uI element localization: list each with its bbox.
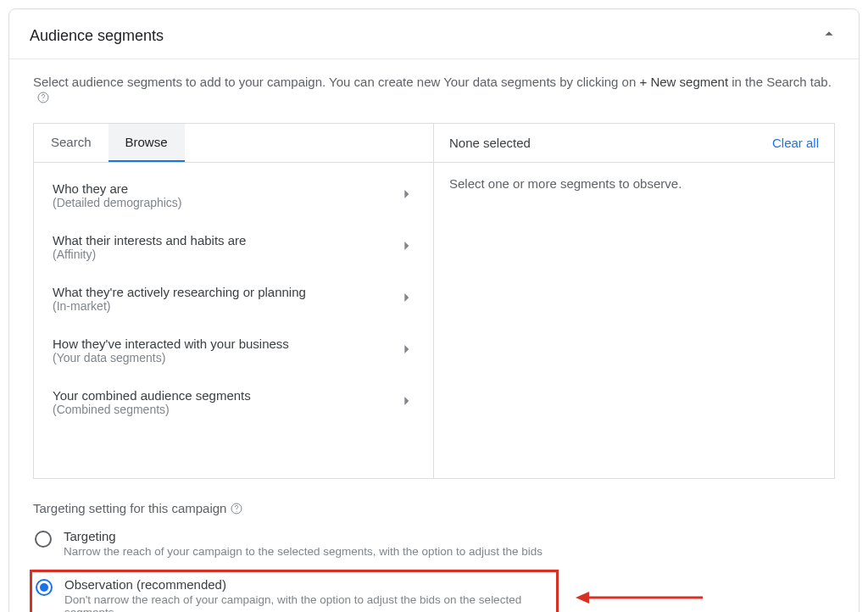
panel-right-header: None selected Clear all: [434, 124, 834, 163]
chevron-right-icon: [398, 289, 415, 309]
audience-segments-card: Audience segments Select audience segmen…: [8, 8, 860, 612]
targeting-section-label: Targeting setting for this campaign: [33, 501, 835, 515]
intro-bold: + New segment: [639, 75, 728, 89]
segments-panels: Search Browse Who they are (Detailed dem…: [33, 123, 835, 479]
browse-item-title: What their interests and habits are: [53, 233, 398, 248]
help-icon[interactable]: [36, 91, 50, 104]
browse-item-title: Who they are: [53, 181, 398, 196]
svg-point-3: [236, 510, 237, 511]
tabs: Search Browse: [34, 124, 433, 163]
chevron-right-icon: [398, 341, 415, 361]
radio-targeting[interactable]: Targeting Narrow the reach of your campa…: [33, 526, 835, 566]
radio-icon[interactable]: [36, 579, 53, 596]
browse-item-subtitle: (In-market): [53, 299, 398, 313]
chevron-right-icon: [398, 237, 415, 258]
tab-search[interactable]: Search: [34, 124, 108, 162]
svg-point-1: [42, 100, 43, 101]
radio-observation[interactable]: Observation (recommended) Don't narrow t…: [34, 577, 553, 612]
panel-left: Search Browse Who they are (Detailed dem…: [34, 124, 434, 478]
tab-browse[interactable]: Browse: [108, 124, 185, 162]
panel-right-hint: Select one or more segments to observe.: [434, 163, 834, 204]
chevron-right-icon: [398, 186, 415, 206]
browse-item-title: What they're actively researching or pla…: [53, 285, 398, 299]
chevron-right-icon: [398, 392, 415, 413]
radio-desc: Don't narrow the reach of your campaign,…: [64, 593, 553, 612]
targeting-label-text: Targeting setting for this campaign: [33, 501, 226, 515]
radio-title: Observation (recommended): [64, 577, 553, 592]
browse-item-subtitle: (Detailed demographics): [53, 196, 398, 209]
annotation-arrow-icon: [576, 589, 703, 606]
browse-item-combined[interactable]: Your combined audience segments (Combine…: [34, 376, 433, 428]
help-icon[interactable]: [230, 502, 243, 515]
clear-all-button[interactable]: Clear all: [772, 136, 819, 150]
card-body: Select audience segments to add to your …: [9, 59, 859, 612]
browse-item-inmarket[interactable]: What they're actively researching or pla…: [34, 273, 433, 325]
observation-highlight-box: Observation (recommended) Don't narrow t…: [30, 570, 559, 612]
card-header[interactable]: Audience segments: [9, 9, 859, 59]
panel-right: None selected Clear all Select one or mo…: [434, 124, 834, 478]
browse-item-subtitle: (Your data segments): [53, 351, 398, 364]
browse-item-title: Your combined audience segments: [53, 388, 398, 403]
browse-item-demographics[interactable]: Who they are (Detailed demographics): [34, 170, 433, 221]
none-selected-label: None selected: [449, 136, 531, 150]
browse-item-affinity[interactable]: What their interests and habits are (Aff…: [34, 221, 433, 273]
radio-icon[interactable]: [35, 531, 52, 548]
browse-item-subtitle: (Affinity): [53, 248, 398, 261]
browse-list: Who they are (Detailed demographics) Wha…: [34, 163, 433, 435]
radio-title: Targeting: [64, 529, 542, 543]
chevron-up-icon[interactable]: [820, 25, 838, 47]
intro-suffix: in the Search tab.: [728, 75, 832, 89]
intro-text: Select audience segments to add to your …: [33, 75, 835, 104]
intro-prefix: Select audience segments to add to your …: [33, 75, 639, 89]
radio-desc: Narrow the reach of your campaign to the…: [64, 545, 542, 558]
browse-item-subtitle: (Combined segments): [53, 403, 398, 416]
browse-item-title: How they've interacted with your busines…: [53, 337, 398, 351]
card-title: Audience segments: [30, 27, 164, 45]
browse-item-yourdata[interactable]: How they've interacted with your busines…: [34, 325, 433, 376]
svg-marker-5: [576, 592, 589, 604]
